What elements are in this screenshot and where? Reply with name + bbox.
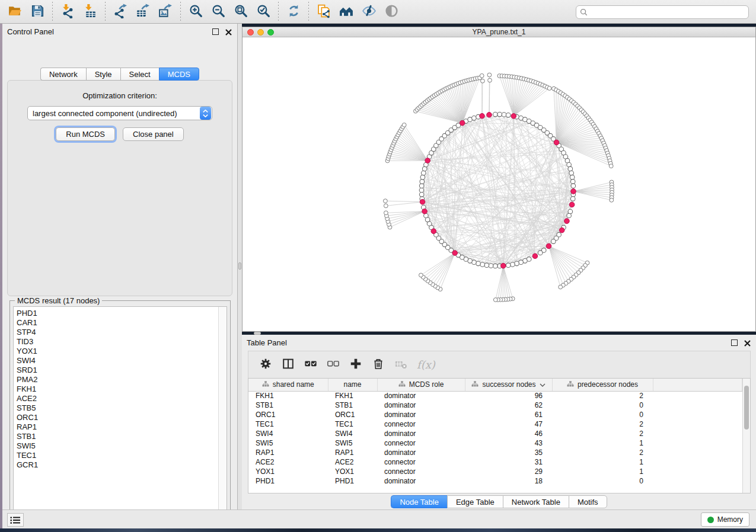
tab-network[interactable]: Network [40, 68, 86, 81]
criterion-select[interactable]: largest connected component (undirected) [27, 106, 212, 120]
tab-node-table[interactable]: Node Table [391, 495, 447, 508]
table-cell[interactable]: YOX1 [248, 467, 328, 476]
close-panel-button[interactable]: Close panel [123, 127, 184, 141]
close-table-panel-icon[interactable] [744, 339, 751, 347]
mcds-result-item[interactable]: STB1 [17, 432, 218, 441]
table-cell[interactable]: 31 [465, 457, 552, 467]
table-row[interactable]: ORC1ORC1dominator610 [248, 410, 742, 419]
eye-button[interactable] [380, 2, 403, 22]
table-cell[interactable]: STB1 [328, 400, 377, 410]
network-window-titlebar[interactable]: YPA_prune.txt_1 [243, 27, 755, 37]
memory-button[interactable]: Memory [701, 512, 749, 527]
import-network-button[interactable] [56, 2, 79, 22]
table-cell[interactable]: 43 [465, 438, 552, 448]
export-network-button[interactable] [109, 2, 132, 22]
refresh-layout-button[interactable] [282, 2, 305, 22]
zoom-selected-button[interactable] [252, 2, 275, 22]
deselect-all-button[interactable] [322, 354, 344, 376]
table-cell[interactable]: 0 [552, 410, 653, 419]
float-panel-icon[interactable] [212, 28, 219, 35]
table-cell[interactable]: connector [377, 467, 465, 476]
table-row[interactable]: ACE2ACE2connector311 [248, 457, 742, 467]
table-scrollbar[interactable] [742, 379, 750, 493]
search-input[interactable] [591, 6, 748, 18]
save-button[interactable] [26, 2, 49, 22]
table-cell[interactable]: connector [377, 419, 465, 429]
add-button[interactable] [344, 354, 367, 376]
table-cell[interactable]: 1 [552, 438, 653, 448]
table-cell[interactable]: 62 [465, 400, 552, 410]
table-cell[interactable]: 2 [552, 448, 653, 457]
table-row[interactable]: YOX1YOX1connector291 [248, 467, 742, 476]
table-row[interactable]: RAP1RAP1dominator352 [248, 448, 742, 457]
task-history-button[interactable] [7, 513, 24, 527]
tab-network-table[interactable]: Network Table [503, 495, 569, 508]
houses-button[interactable] [335, 2, 358, 22]
float-table-panel-icon[interactable] [731, 339, 738, 346]
zoom-in-button[interactable] [184, 2, 207, 22]
run-mcds-button[interactable]: Run MCDS [56, 127, 115, 141]
export-image-button[interactable] [154, 2, 177, 22]
table-cell[interactable]: connector [377, 457, 465, 467]
table-cell[interactable]: SWI5 [248, 438, 328, 448]
table-cell[interactable]: PHD1 [328, 476, 377, 486]
mcds-result-item[interactable]: FKH1 [17, 384, 218, 394]
table-cell[interactable]: 61 [465, 410, 552, 419]
eye-slash-button[interactable] [358, 2, 380, 22]
tab-edge-table[interactable]: Edge Table [447, 495, 503, 508]
open-button[interactable] [4, 2, 26, 22]
column-header-shared-name[interactable]: shared name [248, 379, 328, 391]
table-cell[interactable]: 18 [465, 476, 552, 486]
mcds-result-item[interactable]: ORC1 [17, 413, 218, 422]
mcds-result-item[interactable]: YOX1 [17, 347, 218, 356]
mcds-result-item[interactable]: PMA2 [17, 375, 218, 384]
column-header-predecessor-nodes[interactable]: predecessor nodes [552, 379, 653, 391]
table-cell[interactable]: 1 [552, 467, 653, 476]
zoom-fit-button[interactable] [229, 2, 252, 22]
table-cell[interactable]: ACE2 [328, 457, 377, 467]
table-row[interactable]: SWI4SWI4dominator462 [248, 429, 742, 438]
close-panel-icon[interactable] [225, 28, 232, 36]
table-cell[interactable]: 0 [552, 400, 653, 410]
network-canvas[interactable] [243, 37, 755, 331]
table-cell[interactable]: FKH1 [248, 391, 328, 400]
gear-button[interactable] [254, 354, 277, 376]
table-cell[interactable]: RAP1 [248, 448, 328, 457]
table-cell[interactable]: ORC1 [328, 410, 377, 419]
table-cell[interactable]: 29 [465, 467, 552, 476]
table-cell[interactable]: SWI4 [328, 429, 377, 438]
table-cell[interactable]: FKH1 [328, 391, 377, 400]
table-scrollbar-thumb[interactable] [744, 386, 749, 430]
export-table-button[interactable] [132, 2, 154, 22]
tab-motifs[interactable]: Motifs [569, 495, 607, 508]
column-header-MCDS-role[interactable]: MCDS role [377, 379, 465, 391]
table-row[interactable]: FKH1FKH1dominator962 [248, 391, 742, 400]
mcds-result-item[interactable]: RAP1 [17, 422, 218, 432]
tab-select[interactable]: Select [120, 68, 159, 81]
table-cell[interactable]: SWI4 [248, 429, 328, 438]
mcds-result-item[interactable]: PHD1 [17, 309, 218, 318]
import-table-button[interactable] [79, 2, 101, 22]
column-header-successor-nodes[interactable]: successor nodes [465, 379, 552, 391]
table-cell[interactable]: ORC1 [248, 410, 328, 419]
select-all-button[interactable] [299, 354, 322, 376]
mcds-result-item[interactable]: TEC1 [17, 451, 218, 460]
table-row[interactable]: TEC1TEC1connector472 [248, 419, 742, 429]
mcds-result-item[interactable]: ACE2 [17, 394, 218, 403]
column-header-name[interactable]: name [328, 379, 377, 391]
mcds-result-item[interactable]: TID3 [17, 337, 218, 347]
zoom-out-button[interactable] [207, 2, 229, 22]
mcds-result-item[interactable]: STP4 [17, 328, 218, 337]
table-cell[interactable]: ACE2 [248, 457, 328, 467]
mcds-result-item[interactable]: SWI4 [17, 356, 218, 366]
table-cell[interactable]: 46 [465, 429, 552, 438]
table-row[interactable]: STB1STB1dominator620 [248, 400, 742, 410]
table-cell[interactable]: 1 [552, 457, 653, 467]
mcds-result-item[interactable]: SWI5 [17, 441, 218, 451]
table-cell[interactable]: connector [377, 438, 465, 448]
new-network-document-button[interactable] [312, 2, 335, 22]
table-cell[interactable]: 2 [552, 391, 653, 400]
table-cell[interactable]: TEC1 [328, 419, 377, 429]
search-field[interactable] [576, 5, 749, 19]
mcds-result-item[interactable]: GCR1 [17, 460, 218, 470]
